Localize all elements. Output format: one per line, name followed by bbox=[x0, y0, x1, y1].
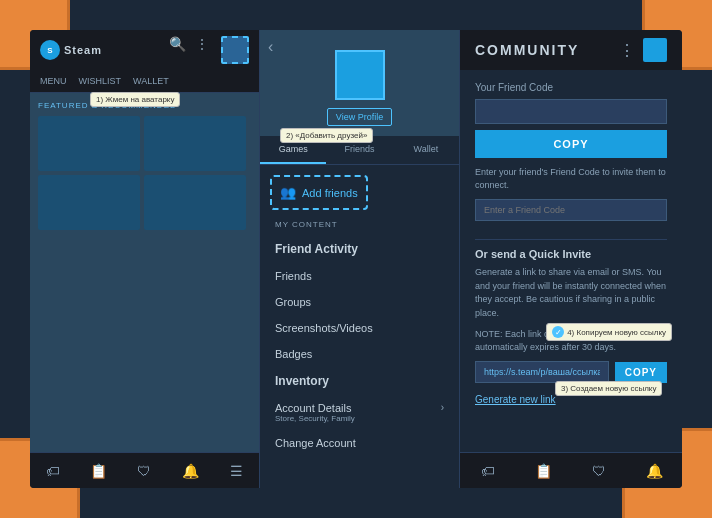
community-bottom-nav: 🏷 📋 🛡 🔔 bbox=[460, 452, 682, 488]
menu-change-account[interactable]: Change Account bbox=[260, 430, 459, 456]
quick-invite-label: Or send a Quick Invite bbox=[475, 248, 667, 260]
community-content: Your Friend Code COPY Enter your friend'… bbox=[460, 70, 682, 452]
annotation-3: 3) Создаем новую ссылку bbox=[555, 381, 662, 396]
profile-header: View Profile bbox=[260, 30, 459, 136]
friend-code-label: Your Friend Code bbox=[475, 82, 667, 93]
community-tag-icon[interactable]: 🏷 bbox=[478, 461, 498, 481]
community-bell-icon[interactable]: 🔔 bbox=[644, 461, 664, 481]
avatar-button[interactable] bbox=[221, 36, 249, 64]
header-icons: 🔍 ⋮ bbox=[169, 36, 249, 64]
link-row: COPY bbox=[475, 361, 667, 383]
link-url-input[interactable] bbox=[475, 361, 609, 383]
featured-section: FEATURED & RECOMMENDED bbox=[30, 93, 259, 238]
divider bbox=[475, 239, 667, 240]
menu-friend-activity[interactable]: Friend Activity bbox=[260, 235, 459, 263]
steam-icon: S bbox=[40, 40, 60, 60]
friend-code-input[interactable] bbox=[475, 99, 667, 124]
invite-text: Enter your friend's Friend Code to invit… bbox=[475, 166, 667, 191]
featured-images bbox=[38, 116, 251, 230]
bottom-menu-icon[interactable]: ☰ bbox=[226, 461, 246, 481]
profile-avatar bbox=[335, 50, 385, 100]
right-panel: COMMUNITY ⋮ Your Friend Code COPY Enter … bbox=[460, 30, 682, 488]
note-text: NOTE: Each link can only be used once an… bbox=[475, 328, 667, 353]
more-icon[interactable]: ⋮ bbox=[195, 36, 213, 54]
menu-friends[interactable]: Friends bbox=[260, 263, 459, 289]
tab-friends[interactable]: Friends bbox=[326, 136, 392, 164]
copy-friend-code-button[interactable]: COPY bbox=[475, 130, 667, 158]
steam-title: Steam bbox=[64, 44, 102, 56]
account-arrow: › bbox=[441, 402, 444, 414]
featured-label: FEATURED & RECOMMENDED bbox=[38, 101, 251, 110]
add-friends-button[interactable]: 👥 Generate new link Add friends bbox=[270, 175, 368, 210]
nav-bar: MENU WISHLIST WALLET bbox=[30, 70, 259, 93]
generate-link-button[interactable]: Generate new link bbox=[475, 394, 556, 405]
note-section: NOTE: Each link can only be used once an… bbox=[475, 328, 667, 353]
middle-panel: ‹ View Profile Games Friends Wallet 👥 Ge… bbox=[260, 30, 460, 488]
left-panel: S Steam 🔍 ⋮ MENU WISHLIST WALLET 1) Жмем… bbox=[30, 30, 260, 488]
add-friends-text: Add friends bbox=[302, 187, 358, 199]
menu-screenshots[interactable]: Screenshots/Videos bbox=[260, 315, 459, 341]
steam-logo: S Steam bbox=[40, 40, 102, 60]
community-header: COMMUNITY ⋮ bbox=[460, 30, 682, 70]
featured-img-1 bbox=[38, 116, 140, 171]
tab-games[interactable]: Games bbox=[260, 136, 326, 164]
featured-img-2 bbox=[144, 116, 246, 171]
featured-img-4 bbox=[144, 175, 246, 230]
search-icon[interactable]: 🔍 bbox=[169, 36, 187, 54]
nav-wishlist[interactable]: WISHLIST bbox=[77, 74, 124, 88]
bottom-tag-icon[interactable]: 🏷 bbox=[43, 461, 63, 481]
bottom-list-icon[interactable]: 📋 bbox=[89, 461, 109, 481]
community-header-right: ⋮ bbox=[619, 38, 667, 62]
profile-tabs: Games Friends Wallet bbox=[260, 136, 459, 165]
community-list-icon[interactable]: 📋 bbox=[533, 461, 553, 481]
nav-wallet[interactable]: WALLET bbox=[131, 74, 171, 88]
view-profile-button[interactable]: View Profile bbox=[327, 108, 392, 126]
community-more-icon[interactable]: ⋮ bbox=[619, 41, 635, 60]
account-sub: Store, Security, Family bbox=[275, 414, 355, 423]
copy-link-button[interactable]: COPY bbox=[615, 362, 667, 383]
nav-menu[interactable]: MENU bbox=[38, 74, 69, 88]
community-shield-icon[interactable]: 🛡 bbox=[589, 461, 609, 481]
community-title: COMMUNITY bbox=[475, 42, 579, 58]
featured-img-3 bbox=[38, 175, 140, 230]
menu-inventory[interactable]: Inventory bbox=[260, 367, 459, 395]
generate-link-section: Generate new link 3) Создаем новую ссылк… bbox=[475, 389, 667, 407]
menu-account[interactable]: Account Details › Store, Security, Famil… bbox=[260, 395, 459, 430]
bottom-bell-icon[interactable]: 🔔 bbox=[180, 461, 200, 481]
left-content: FEATURED & RECOMMENDED bbox=[30, 93, 259, 452]
menu-groups[interactable]: Groups bbox=[260, 289, 459, 315]
menu-badges[interactable]: Badges bbox=[260, 341, 459, 367]
steam-header: S Steam 🔍 ⋮ bbox=[30, 30, 259, 70]
bottom-shield-icon[interactable]: 🛡 bbox=[134, 461, 154, 481]
back-button[interactable]: ‹ bbox=[268, 38, 273, 56]
my-content-label: MY CONTENT bbox=[260, 220, 459, 235]
add-friends-icon: 👥 bbox=[280, 185, 296, 200]
main-container: S Steam 🔍 ⋮ MENU WISHLIST WALLET 1) Жмем… bbox=[30, 30, 682, 488]
tab-wallet[interactable]: Wallet bbox=[393, 136, 459, 164]
community-avatar bbox=[643, 38, 667, 62]
left-bottom-nav: 🏷 📋 🛡 🔔 ☰ bbox=[30, 452, 259, 488]
enter-friend-code-input[interactable] bbox=[475, 199, 667, 221]
quick-invite-text: Generate a link to share via email or SM… bbox=[475, 266, 667, 320]
